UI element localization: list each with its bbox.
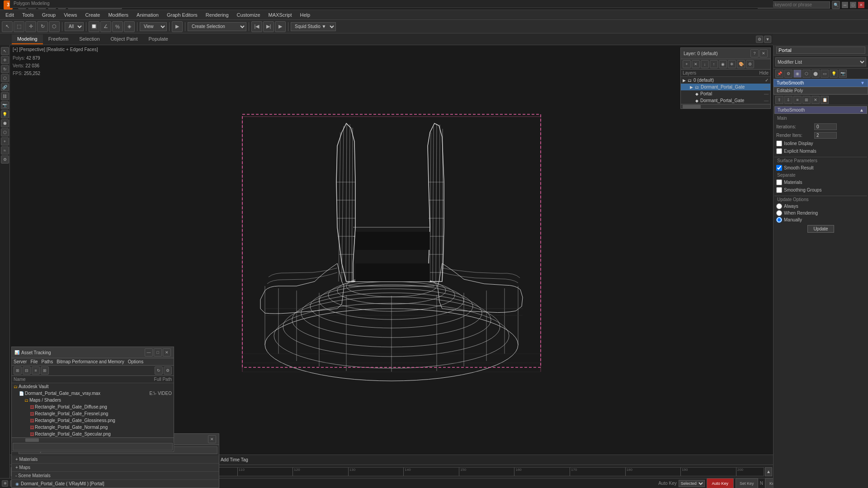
mod-icon6[interactable]: 📋 bbox=[821, 96, 829, 104]
at-list-view[interactable]: ≡ bbox=[32, 366, 40, 375]
layer-new-btn[interactable]: + bbox=[683, 60, 691, 68]
at-row-3[interactable]: 🖼 Rectangle_Portal_Gate_Diffuse.png bbox=[12, 404, 174, 410]
minimize-button[interactable]: ─ bbox=[842, 2, 848, 8]
at-scrollbar[interactable] bbox=[12, 437, 174, 442]
menu-views[interactable]: Views bbox=[60, 11, 80, 19]
at-row-5[interactable]: 🖼 Rectangle_Portal_Gate_Glossiness.png bbox=[12, 417, 174, 424]
key-next[interactable]: ▶| bbox=[263, 21, 274, 32]
turbosm-item[interactable]: TurboSmooth ▼ bbox=[774, 79, 868, 87]
snap-toggle[interactable]: 🔲 bbox=[89, 21, 99, 32]
play-anim[interactable]: ▶ bbox=[172, 21, 183, 32]
percent-snap[interactable]: % bbox=[112, 21, 123, 32]
layer-settings-btn[interactable]: ⚙ bbox=[746, 60, 754, 68]
lt-scale[interactable]: ⬡ bbox=[1, 74, 9, 82]
rp-sphere-icon[interactable]: ◉ bbox=[793, 70, 802, 78]
select-region-tool[interactable]: ⬚ bbox=[14, 21, 24, 32]
mb-scene-materials-section[interactable]: - Scene Materials bbox=[12, 472, 219, 480]
layer-scrollbar-thumb[interactable] bbox=[683, 105, 701, 108]
at-minimize-btn[interactable]: — bbox=[145, 348, 153, 357]
at-expand-all[interactable]: ⊞ bbox=[14, 366, 22, 375]
close-button[interactable]: ✕ bbox=[858, 2, 864, 8]
tab-object-paint[interactable]: Object Paint bbox=[105, 34, 143, 44]
rp-tube-icon[interactable]: ⬤ bbox=[811, 70, 820, 78]
lt-move[interactable]: ✛ bbox=[1, 56, 9, 64]
at-text-input[interactable] bbox=[13, 443, 173, 450]
rp-camera-icon[interactable]: 📷 bbox=[839, 70, 847, 78]
menu-create[interactable]: Create bbox=[81, 11, 104, 19]
at-scrollbar-thumb[interactable] bbox=[25, 438, 39, 442]
mb-close-btn[interactable]: ✕ bbox=[208, 435, 216, 443]
editable-poly-item[interactable]: Editable Poly bbox=[774, 87, 868, 94]
rp-light-icon[interactable]: 💡 bbox=[830, 70, 838, 78]
move-tool[interactable]: ✛ bbox=[25, 21, 36, 32]
filter-dropdown[interactable]: All bbox=[65, 22, 84, 31]
timeline-config-btn[interactable]: ▲ bbox=[765, 467, 772, 476]
explicit-normals-checkbox[interactable] bbox=[776, 148, 782, 154]
lt-link[interactable]: 🔗 bbox=[1, 83, 9, 91]
maximize-button[interactable]: □ bbox=[850, 2, 856, 8]
isoline-checkbox[interactable] bbox=[776, 141, 782, 146]
view-dropdown[interactable]: View bbox=[140, 22, 167, 31]
manually-radio[interactable] bbox=[776, 217, 782, 223]
mb-materials-section[interactable]: + Materials bbox=[12, 455, 219, 464]
tab-settings-icon[interactable]: ⚙ bbox=[756, 36, 763, 43]
tab-expand-icon[interactable]: ▼ bbox=[764, 36, 771, 43]
layer-freeze-btn[interactable]: ❄ bbox=[728, 60, 736, 68]
lt-helpers[interactable]: + bbox=[1, 137, 9, 145]
layer-render-btn[interactable]: 🎨 bbox=[737, 60, 745, 68]
at-settings[interactable]: ⚙ bbox=[164, 366, 172, 375]
layer-help-btn[interactable]: ? bbox=[750, 49, 759, 57]
menu-animation[interactable]: Animation bbox=[133, 11, 162, 19]
layer-row-dormant2[interactable]: ◆ Dormant_Portal_Gate — bbox=[681, 97, 770, 104]
layer-select-btn[interactable]: ↑ bbox=[710, 60, 718, 68]
smooth-result-checkbox[interactable] bbox=[776, 165, 782, 171]
menu-group[interactable]: Group bbox=[38, 11, 60, 19]
at-collapse-all[interactable]: ⊟ bbox=[23, 366, 31, 375]
menu-tools[interactable]: Tools bbox=[19, 11, 38, 19]
tab-freeform[interactable]: Freeform bbox=[43, 34, 74, 44]
mb-scene-mat-row[interactable]: ◉ Dormant_Portal_Gate ( VRayMtl ) [Porta… bbox=[12, 480, 219, 488]
at-menu-bitmap[interactable]: Bitmap Performance and Memory bbox=[57, 359, 124, 364]
at-menu-paths[interactable]: Paths bbox=[42, 359, 53, 364]
menu-maxscript[interactable]: MAXScript bbox=[265, 11, 296, 19]
scale-tool[interactable]: ⬡ bbox=[49, 21, 60, 32]
menu-rendering[interactable]: Rendering bbox=[202, 11, 232, 19]
at-row-1[interactable]: 📄 Dormant_Portal_Gate_max_vray.max E:\- … bbox=[12, 390, 174, 397]
lt-cameras[interactable]: 📷 bbox=[1, 101, 9, 109]
tab-populate[interactable]: Populate bbox=[143, 34, 173, 44]
lt-systems[interactable]: ⚙ bbox=[1, 155, 9, 164]
mod-icon2[interactable]: ⇩ bbox=[784, 96, 793, 104]
tab-modeling[interactable]: Modeling bbox=[12, 34, 43, 44]
layer-delete-btn[interactable]: ✕ bbox=[692, 60, 700, 68]
mod-icon5[interactable]: ✕ bbox=[811, 96, 820, 104]
lt-select[interactable]: ↖ bbox=[1, 47, 9, 55]
layer-scrollbar[interactable] bbox=[681, 104, 770, 108]
menu-graph-editors[interactable]: Graph Editors bbox=[163, 11, 201, 19]
rp-pin-icon[interactable]: 📌 bbox=[775, 70, 783, 78]
always-radio[interactable] bbox=[776, 203, 782, 209]
when-rendering-radio[interactable] bbox=[776, 210, 782, 216]
at-menu-server[interactable]: Server bbox=[14, 359, 27, 364]
mod-icon4[interactable]: ⊞ bbox=[802, 96, 811, 104]
spinner-snap[interactable]: ◈ bbox=[124, 21, 135, 32]
at-menu-options[interactable]: Options bbox=[128, 359, 143, 364]
auto-key-btn[interactable]: Auto Key bbox=[707, 478, 734, 488]
create-selection-dropdown[interactable]: Create Selection bbox=[188, 22, 246, 31]
squid-studio-dropdown[interactable]: Squid Studio ▼ bbox=[291, 22, 336, 31]
status-icon1[interactable]: ⊕ bbox=[2, 480, 8, 487]
menu-modifiers[interactable]: Modifiers bbox=[104, 11, 132, 19]
mb-maps-section[interactable]: + Maps bbox=[12, 464, 219, 472]
at-refresh[interactable]: ↻ bbox=[155, 366, 163, 375]
set-key-btn[interactable]: Set Key bbox=[736, 478, 758, 488]
at-row-2[interactable]: 🗂 Maps / Shaders bbox=[12, 397, 174, 404]
selected-dropdown[interactable]: Selected bbox=[679, 480, 705, 487]
lt-rotate[interactable]: ↻ bbox=[1, 65, 9, 73]
layer-add-selected-btn[interactable]: ↓ bbox=[701, 60, 709, 68]
play-btn[interactable]: ▶ bbox=[275, 21, 286, 32]
menu-help[interactable]: Help bbox=[297, 11, 314, 19]
at-menu-file[interactable]: File bbox=[30, 359, 38, 364]
iterations-input[interactable] bbox=[814, 123, 837, 130]
at-row-0[interactable]: 🗂 Autodesk Vault bbox=[12, 383, 174, 390]
angle-snap[interactable]: ∠ bbox=[100, 21, 111, 32]
tab-selection[interactable]: Selection bbox=[74, 34, 105, 44]
